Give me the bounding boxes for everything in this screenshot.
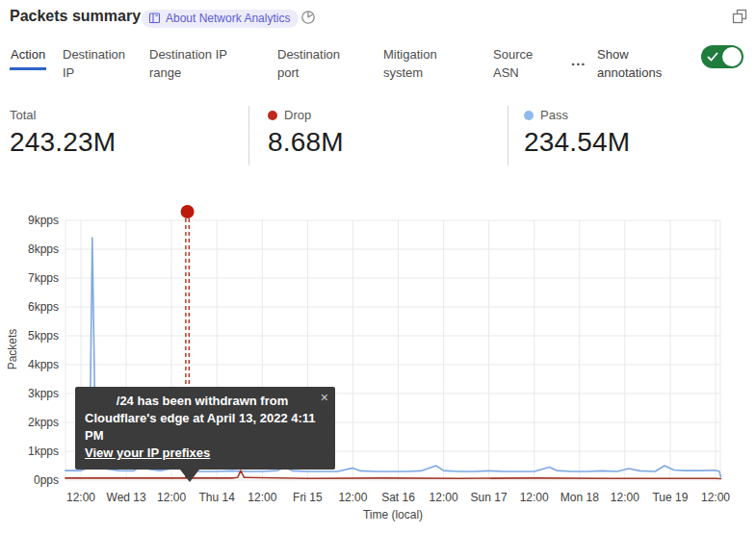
close-icon[interactable]: × xyxy=(321,389,328,406)
svg-text:3kpps: 3kpps xyxy=(28,387,59,400)
svg-text:Thu 14: Thu 14 xyxy=(199,491,236,504)
svg-text:12:00: 12:00 xyxy=(520,491,549,504)
svg-text:Fri 15: Fri 15 xyxy=(293,491,323,504)
svg-text:12:00: 12:00 xyxy=(611,491,639,504)
x-axis-title: Time (local) xyxy=(297,508,489,521)
annotation-dot xyxy=(181,205,195,218)
svg-text:Sat 16: Sat 16 xyxy=(381,491,415,504)
tooltip-line2: Cloudflare's edge at April 13, 2022 4:11… xyxy=(85,410,326,445)
svg-text:9kpps: 9kpps xyxy=(28,214,59,227)
svg-text:0pps: 0pps xyxy=(34,473,59,487)
svg-text:Sun 17: Sun 17 xyxy=(471,491,508,504)
svg-text:6kpps: 6kpps xyxy=(28,300,59,314)
svg-text:12:00: 12:00 xyxy=(338,491,367,504)
svg-text:4kpps: 4kpps xyxy=(28,358,59,371)
svg-text:Tue 19: Tue 19 xyxy=(652,491,688,504)
tooltip-line1: /24 has been withdrawn from xyxy=(85,393,326,410)
svg-text:7kpps: 7kpps xyxy=(28,271,59,285)
svg-text:Mon 18: Mon 18 xyxy=(560,491,599,504)
svg-text:12:00: 12:00 xyxy=(66,491,95,504)
svg-text:Wed 13: Wed 13 xyxy=(107,491,146,504)
annotation-tooltip: /24 has been withdrawn from Cloudflare's… xyxy=(75,387,335,470)
svg-text:12:00: 12:00 xyxy=(248,491,276,504)
svg-text:12:00: 12:00 xyxy=(157,491,186,504)
packets-summary-panel: Packets summary About Network Analytics … xyxy=(0,0,756,534)
svg-text:12:00: 12:00 xyxy=(701,491,730,504)
y-axis-title: Packets xyxy=(6,320,19,378)
svg-text:8kpps: 8kpps xyxy=(28,242,59,256)
tooltip-arrow xyxy=(180,470,199,482)
view-ip-prefixes-link[interactable]: View your IP prefixes xyxy=(85,445,210,462)
svg-text:1kpps: 1kpps xyxy=(28,445,59,458)
svg-text:5kpps: 5kpps xyxy=(28,329,59,343)
svg-text:2kpps: 2kpps xyxy=(28,416,59,429)
svg-text:12:00: 12:00 xyxy=(430,491,458,504)
